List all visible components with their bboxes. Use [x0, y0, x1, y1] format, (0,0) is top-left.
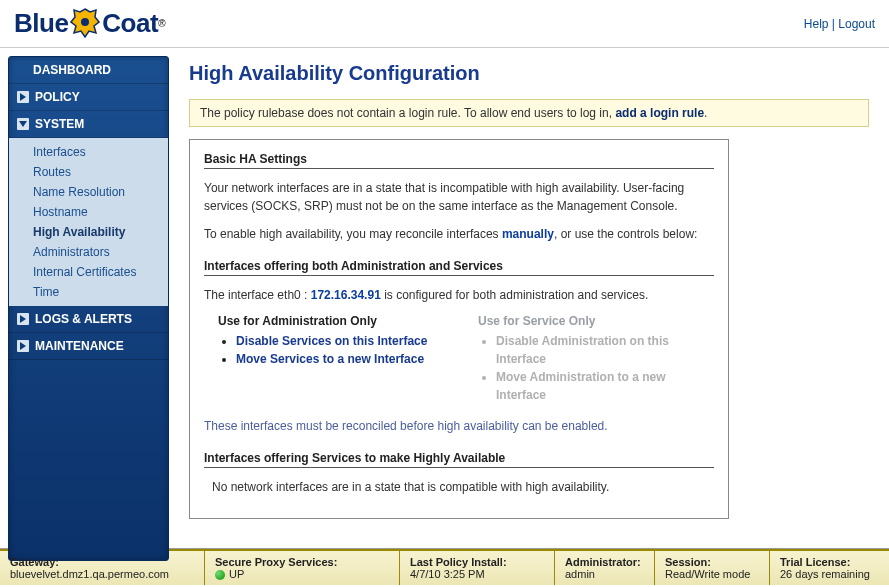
basic-ha-p1: Your network interfaces are in a state t… — [204, 179, 714, 215]
basic-ha-p2a: To enable high availability, you may rec… — [204, 227, 502, 241]
status-proxy-services: Secure Proxy Services: UP — [205, 551, 400, 585]
top-links: Help | Logout — [804, 17, 875, 31]
interface-line-a: The interface eth0 : — [204, 288, 311, 302]
service-only-hdr: Use for Service Only — [478, 312, 714, 330]
admin-value: admin — [565, 568, 644, 580]
sidebar-wrap: DASHBOARD POLICY SYSTEM Interfaces Route… — [0, 48, 175, 548]
svc-ha-heading: Interfaces offering Services to make Hig… — [204, 451, 714, 468]
nav-internal-certificates[interactable]: Internal Certificates — [9, 262, 168, 282]
both-body: The interface eth0 : 172.16.34.91 is con… — [204, 286, 714, 435]
options-row: Use for Administration Only Disable Serv… — [218, 312, 714, 404]
svg-marker-4 — [20, 342, 26, 350]
admin-only-hdr: Use for Administration Only — [218, 312, 454, 330]
sess-value: Read/Write mode — [665, 568, 759, 580]
basic-ha-heading: Basic HA Settings — [204, 152, 714, 169]
expand-icon — [17, 313, 29, 325]
help-link[interactable]: Help — [804, 17, 829, 31]
disable-admin-disabled: Disable Administration on this Interface — [496, 334, 669, 366]
body-row: DASHBOARD POLICY SYSTEM Interfaces Route… — [0, 48, 889, 549]
nav-name-resolution[interactable]: Name Resolution — [9, 182, 168, 202]
nav-dashboard-label: DASHBOARD — [33, 63, 111, 77]
alert-text-pre: The policy rulebase does not contain a l… — [200, 106, 615, 120]
svc-ha-text: No network interfaces are in a state tha… — [212, 480, 609, 494]
service-only-opts: Disable Administration on this Interface… — [478, 332, 714, 404]
expand-icon — [17, 91, 29, 103]
list-item: Move Administration to a new Interface — [496, 368, 714, 404]
sps-label: Secure Proxy Services: — [215, 556, 389, 568]
gateway-value: bluevelvet.dmz1.qa.permeo.com — [10, 568, 194, 580]
move-admin-disabled: Move Administration to a new Interface — [496, 370, 666, 402]
brand-reg: ® — [158, 18, 165, 29]
move-services-link[interactable]: Move Services to a new Interface — [236, 352, 424, 366]
nav-time[interactable]: Time — [9, 282, 168, 302]
nav-policy-label: POLICY — [35, 90, 80, 104]
svg-marker-3 — [20, 315, 26, 323]
logout-link[interactable]: Logout — [838, 17, 875, 31]
top-bar: Blue Coat ® Help | Logout — [0, 0, 889, 48]
nav-system-label: SYSTEM — [35, 117, 84, 131]
nav-high-availability[interactable]: High Availability — [9, 222, 168, 242]
nav-administrators[interactable]: Administrators — [9, 242, 168, 262]
interface-line: The interface eth0 : 172.16.34.91 is con… — [204, 286, 714, 304]
sps-value: UP — [215, 568, 389, 580]
nav-routes[interactable]: Routes — [9, 162, 168, 182]
disable-services-link[interactable]: Disable Services on this Interface — [236, 334, 427, 348]
nav-logs-label: LOGS & ALERTS — [35, 312, 132, 326]
sps-val-text: UP — [229, 568, 244, 580]
list-item: Disable Administration on this Interface — [496, 332, 714, 368]
nav-policy[interactable]: POLICY — [9, 84, 168, 111]
nav-system[interactable]: SYSTEM — [9, 111, 168, 138]
nav-dashboard[interactable]: DASHBOARD — [9, 57, 168, 84]
lic-label: Trial License: — [780, 556, 879, 568]
ha-panel: Basic HA Settings Your network interface… — [189, 139, 729, 519]
main-content: High Availability Configuration The poli… — [175, 48, 889, 548]
admin-label: Administrator: — [565, 556, 644, 568]
basic-ha-body: Your network interfaces are in a state t… — [204, 179, 714, 243]
status-session: Session: Read/Write mode — [655, 551, 770, 585]
gateway-label: Gateway: — [10, 556, 194, 568]
status-last-policy: Last Policy Install: 4/7/10 3:25 PM — [400, 551, 555, 585]
svc-ha-body: No network interfaces are in a state tha… — [212, 478, 714, 496]
svg-marker-1 — [20, 93, 26, 101]
status-led-icon — [215, 570, 225, 580]
status-administrator: Administrator: admin — [555, 551, 655, 585]
policy-alert: The policy rulebase does not contain a l… — [189, 99, 869, 127]
admin-only-opts: Disable Services on this Interface Move … — [218, 332, 454, 368]
alert-text-post: . — [704, 106, 707, 120]
svg-marker-2 — [19, 121, 27, 127]
shield-icon — [70, 7, 100, 41]
sess-label: Session: — [665, 556, 759, 568]
brand-logo: Blue Coat ® — [14, 7, 166, 41]
sidebar: DASHBOARD POLICY SYSTEM Interfaces Route… — [8, 56, 169, 561]
basic-ha-p2: To enable high availability, you may rec… — [204, 225, 714, 243]
basic-ha-p2b: , or use the controls below: — [554, 227, 697, 241]
status-bar: Gateway: bluevelvet.dmz1.qa.permeo.com S… — [0, 549, 889, 585]
list-item: Move Services to a new Interface — [236, 350, 454, 368]
expand-icon — [17, 340, 29, 352]
lpi-label: Last Policy Install: — [410, 556, 544, 568]
nav-interfaces[interactable]: Interfaces — [9, 142, 168, 162]
nav-logs-alerts[interactable]: LOGS & ALERTS — [9, 306, 168, 333]
reconcile-manually-link[interactable]: manually — [502, 227, 554, 241]
reconcile-note: These interfaces must be reconciled befo… — [204, 418, 714, 435]
status-gateway: Gateway: bluevelvet.dmz1.qa.permeo.com — [0, 551, 205, 585]
nav-system-sub: Interfaces Routes Name Resolution Hostna… — [9, 138, 168, 306]
admin-only-col: Use for Administration Only Disable Serv… — [218, 312, 454, 404]
lpi-value: 4/7/10 3:25 PM — [410, 568, 544, 580]
svg-point-0 — [81, 18, 89, 26]
list-item: Disable Services on this Interface — [236, 332, 454, 350]
nav-hostname[interactable]: Hostname — [9, 202, 168, 222]
page-title: High Availability Configuration — [189, 62, 869, 85]
nav-maintenance[interactable]: MAINTENANCE — [9, 333, 168, 360]
both-heading: Interfaces offering both Administration … — [204, 259, 714, 276]
add-login-rule-link[interactable]: add a login rule — [615, 106, 704, 120]
interface-line-b: is configured for both administration an… — [381, 288, 648, 302]
brand-text-blue: Blue — [14, 8, 68, 39]
interface-ip: 172.16.34.91 — [311, 288, 381, 302]
brand-text-coat: Coat — [102, 8, 158, 39]
lic-value: 26 days remaining — [780, 568, 879, 580]
service-only-col: Use for Service Only Disable Administrat… — [478, 312, 714, 404]
status-license: Trial License: 26 days remaining — [770, 551, 889, 585]
collapse-icon — [17, 118, 29, 130]
nav-maintenance-label: MAINTENANCE — [35, 339, 124, 353]
